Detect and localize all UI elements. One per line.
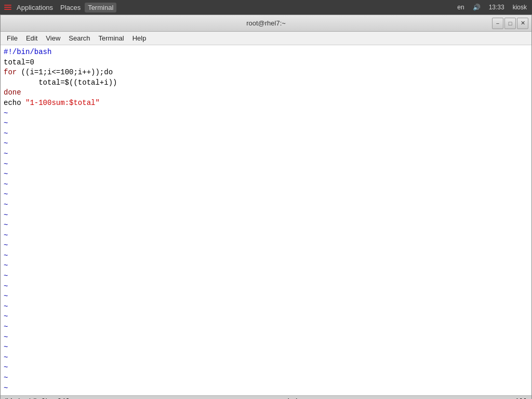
menu-bar: File Edit View Search Terminal Help (1, 32, 531, 45)
tilde-19: ~ (4, 291, 528, 302)
tilde-15: ~ (4, 251, 528, 261)
user-label: kiosk (511, 3, 529, 12)
svg-rect-0 (4, 5, 11, 6)
editor-status-bar: "4-1.sh" 6L, 94C 1,1 All (1, 395, 531, 399)
code-line-1: #!/bin/bash (4, 47, 528, 58)
menu-file[interactable]: File (3, 33, 22, 44)
terminal-menu[interactable]: Terminal (85, 3, 116, 12)
clock: 13:33 (487, 3, 507, 12)
places-menu[interactable]: Places (57, 3, 84, 12)
tilde-22: ~ (4, 322, 528, 332)
lang-indicator: en (455, 3, 466, 12)
tilde-23: ~ (4, 332, 528, 343)
menu-view[interactable]: View (42, 33, 64, 44)
code-line-3: for ((i=1;i<=100;i++));do (4, 68, 528, 78)
minimize-button[interactable]: − (492, 18, 503, 29)
window-controls: − □ ✕ (492, 18, 528, 29)
code-line-5: done (4, 88, 528, 98)
tilde-14: ~ (4, 241, 528, 251)
tilde-12: ~ (4, 220, 528, 231)
terminal-window: root@rhel7:~ − □ ✕ File Edit View Search… (0, 15, 532, 399)
title-bar: root@rhel7:~ − □ ✕ (1, 15, 531, 32)
code-line-2: total=0 (4, 58, 528, 68)
tilde-11: ~ (4, 210, 528, 221)
tilde-26: ~ (4, 363, 528, 373)
menu-search[interactable]: Search (64, 33, 94, 44)
close-button[interactable]: ✕ (517, 18, 528, 29)
tilde-6: ~ (4, 159, 528, 170)
app-menu-icon (3, 3, 12, 12)
volume-icon[interactable]: 🔊 (471, 3, 483, 12)
system-bar: Applications Places Terminal en 🔊 13:33 … (0, 0, 532, 15)
tilde-2: ~ (4, 118, 528, 129)
code-line-6: echo "1-100sum:$total" (4, 98, 528, 109)
tilde-8: ~ (4, 180, 528, 190)
tilde-5: ~ (4, 149, 528, 159)
svg-rect-2 (4, 9, 11, 10)
tilde-17: ~ (4, 271, 528, 282)
window-title: root@rhel7:~ (246, 19, 286, 27)
svg-rect-1 (4, 7, 11, 8)
menu-terminal[interactable]: Terminal (95, 33, 128, 44)
applications-menu[interactable]: Applications (14, 3, 56, 12)
tilde-21: ~ (4, 312, 528, 322)
menu-help[interactable]: Help (128, 33, 151, 44)
tilde-9: ~ (4, 190, 528, 200)
tilde-28: ~ (4, 383, 528, 394)
tilde-25: ~ (4, 353, 528, 363)
tilde-27: ~ (4, 373, 528, 383)
tilde-7: ~ (4, 169, 528, 180)
code-line-4: total=$((total+i)) (4, 78, 528, 88)
tilde-3: ~ (4, 129, 528, 139)
maximize-button[interactable]: □ (504, 18, 516, 29)
tilde-13: ~ (4, 231, 528, 241)
tilde-10: ~ (4, 200, 528, 210)
editor-area[interactable]: #!/bin/bash total=0 for ((i=1;i<=100;i++… (1, 45, 531, 399)
system-bar-left: Applications Places Terminal (3, 3, 116, 12)
tilde-4: ~ (4, 139, 528, 149)
tilde-18: ~ (4, 282, 528, 292)
tilde-20: ~ (4, 302, 528, 312)
tilde-24: ~ (4, 342, 528, 353)
editor-content[interactable]: #!/bin/bash total=0 for ((i=1;i<=100;i++… (1, 45, 531, 395)
tilde-1: ~ (4, 109, 528, 119)
menu-edit[interactable]: Edit (22, 33, 42, 44)
tilde-16: ~ (4, 261, 528, 271)
system-bar-right: en 🔊 13:33 kiosk (455, 3, 529, 12)
